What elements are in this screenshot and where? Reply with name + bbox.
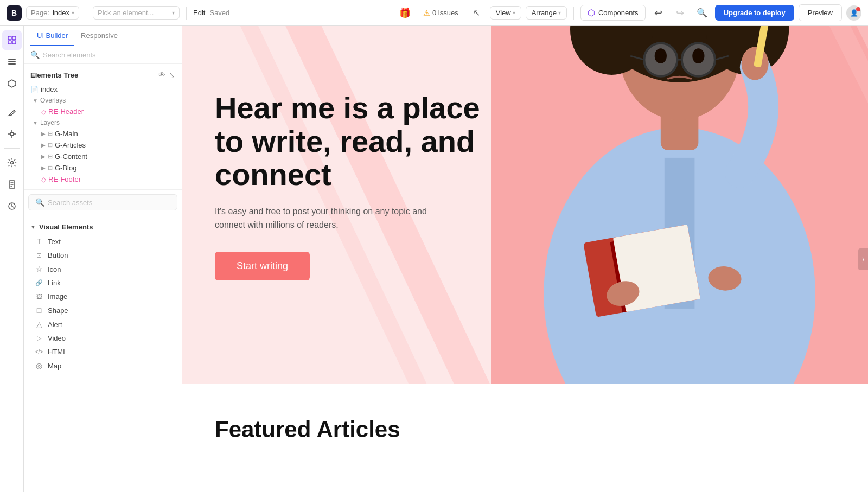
tree-item-layers[interactable]: ▼ Layers xyxy=(24,117,182,128)
tree-item-g-content[interactable]: ▶ ⊞ G-Content xyxy=(24,151,182,162)
g-articles-grid-icon: ⊞ xyxy=(48,142,53,149)
g-articles-expand[interactable]: ▶ xyxy=(41,142,46,148)
svg-rect-3 xyxy=(12,41,16,44)
svg-point-8 xyxy=(10,162,13,164)
element-selector[interactable]: Pick an element... ▾ xyxy=(93,6,180,20)
tab-responsive[interactable]: Responsive xyxy=(74,26,124,46)
panel-tabs: UI Builder Responsive xyxy=(24,26,182,46)
page-label: Page: xyxy=(31,9,49,17)
link-icon: 🔗 xyxy=(35,279,43,286)
pages-rail-icon[interactable] xyxy=(2,175,22,194)
history-rail-icon[interactable] xyxy=(2,196,22,216)
hero-title: Hear me is a place to write, read, and c… xyxy=(215,91,502,191)
icon-rail xyxy=(0,26,24,492)
tree-expand-icon[interactable]: ⤡ xyxy=(169,71,175,79)
issues-indicator[interactable]: ⚠ 0 issues xyxy=(418,7,464,20)
view-label: View xyxy=(496,9,511,17)
search-assets-input[interactable] xyxy=(48,199,170,207)
tree-header-title: Elements Tree xyxy=(30,71,78,79)
assets-search-bar: 🔍 xyxy=(28,194,177,210)
view-button[interactable]: View ▾ xyxy=(490,6,521,20)
svg-rect-5 xyxy=(8,61,16,62)
saved-label: Saved xyxy=(209,9,229,17)
map-icon: ◎ xyxy=(35,361,43,370)
html-icon: </> xyxy=(35,349,43,355)
svg-rect-0 xyxy=(8,36,11,40)
arrange-button[interactable]: Arrange ▾ xyxy=(526,6,567,20)
icon-icon: ☆ xyxy=(35,265,43,273)
visual-elements-section: ▼ Visual Elements T Text ⊡ Button ☆ Icon… xyxy=(24,215,182,492)
assets-section: 🔍 xyxy=(24,190,182,215)
svg-rect-4 xyxy=(8,59,16,60)
tree-item-g-main[interactable]: ▶ ⊞ G-Main xyxy=(24,128,182,139)
svg-point-32 xyxy=(692,48,704,63)
image-icon: 🖼 xyxy=(35,293,43,300)
visual-elements-header[interactable]: ▼ Visual Elements xyxy=(24,220,182,234)
ve-item-button[interactable]: ⊡ Button xyxy=(24,248,182,262)
ve-label: Visual Elements xyxy=(39,223,93,231)
overlays-chevron[interactable]: ▼ xyxy=(33,98,38,104)
user-avatar[interactable]: 👤 xyxy=(846,5,861,21)
search-button[interactable]: 🔍 xyxy=(693,4,711,22)
g-main-expand[interactable]: ▶ xyxy=(41,131,46,137)
pen-rail-icon[interactable] xyxy=(2,103,22,122)
left-panel: UI Builder Responsive 🔍 Elements Tree 👁 … xyxy=(24,26,182,492)
hero-subtitle: It's easy and free to post your thinking… xyxy=(215,205,432,232)
plugin-rail-icon[interactable] xyxy=(2,124,22,144)
ve-item-image[interactable]: 🖼 Image xyxy=(24,290,182,303)
hero-person-svg xyxy=(491,26,868,384)
ve-item-link[interactable]: 🔗 Link xyxy=(24,276,182,290)
tab-ui-builder[interactable]: UI Builder xyxy=(30,26,74,46)
layers-chevron[interactable]: ▼ xyxy=(33,120,38,126)
logo: B xyxy=(7,5,22,21)
builder-rail-icon[interactable] xyxy=(2,30,22,50)
hero-cta-button[interactable]: Start writing xyxy=(215,252,310,280)
search-elements-input[interactable] xyxy=(43,51,175,59)
svg-rect-2 xyxy=(8,41,11,44)
ve-item-shape[interactable]: □ Shape xyxy=(24,303,182,317)
canvas-inner: Hear me is a place to write, read, and c… xyxy=(182,26,868,492)
page-chevron: ▾ xyxy=(72,10,74,16)
ve-item-map[interactable]: ◎ Map xyxy=(24,359,182,373)
components-rail-icon[interactable] xyxy=(2,74,22,93)
components-button[interactable]: ⬡ Components xyxy=(580,5,646,21)
ve-item-html[interactable]: </> HTML xyxy=(24,345,182,359)
svg-point-31 xyxy=(655,48,667,63)
tree-item-index[interactable]: 📄 index xyxy=(24,84,182,95)
divider-1 xyxy=(86,7,86,20)
ve-item-video[interactable]: ▷ Video xyxy=(24,331,182,345)
tree-item-re-header[interactable]: ◇ RE-Header xyxy=(24,106,182,117)
settings-rail-icon[interactable] xyxy=(2,153,22,172)
cursor-button[interactable]: ↖ xyxy=(468,4,486,22)
tree-item-g-articles[interactable]: ▶ ⊞ G-Articles xyxy=(24,139,182,151)
tree-eye-icon[interactable]: 👁 xyxy=(158,71,165,79)
gift-button[interactable]: 🎁 xyxy=(396,4,413,22)
preview-button[interactable]: Preview xyxy=(799,4,842,21)
redo-button[interactable]: ↪ xyxy=(672,4,689,22)
tree-item-re-footer[interactable]: ◇ RE-Footer xyxy=(24,174,182,185)
page-selector[interactable]: Page: index ▾ xyxy=(26,6,79,20)
elements-tree-section: Elements Tree 👁 ⤡ 📄 index ▼ Overlays ◇ R… xyxy=(24,64,182,190)
svg-rect-1 xyxy=(12,36,16,40)
g-content-grid-icon: ⊞ xyxy=(48,153,53,160)
featured-section: Featured Articles xyxy=(182,384,868,464)
tree-item-g-blog[interactable]: ▶ ⊞ G-Blog xyxy=(24,162,182,174)
tree-header-icons: 👁 ⤡ xyxy=(158,71,175,79)
components-label: Components xyxy=(598,9,639,17)
ve-item-alert[interactable]: △ Alert xyxy=(24,317,182,331)
undo-button[interactable]: ↩ xyxy=(650,4,667,22)
tree-item-overlays[interactable]: ▼ Overlays xyxy=(24,95,182,106)
g-content-expand[interactable]: ▶ xyxy=(41,154,46,159)
layers-rail-icon[interactable] xyxy=(2,52,22,72)
g-blog-expand[interactable]: ▶ xyxy=(41,165,46,171)
g-blog-grid-icon: ⊞ xyxy=(48,164,53,171)
components-cube-icon: ⬡ xyxy=(588,8,595,18)
divider-3 xyxy=(573,7,574,20)
ve-item-text[interactable]: T Text xyxy=(24,234,182,248)
featured-title: Featured Articles xyxy=(215,417,835,443)
topbar: B Page: index ▾ Pick an element... ▾ Edi… xyxy=(0,0,868,26)
upgrade-button[interactable]: Upgrade to deploy xyxy=(715,5,794,21)
ve-item-icon[interactable]: ☆ Icon xyxy=(24,262,182,276)
canvas-area[interactable]: Hear me is a place to write, read, and c… xyxy=(182,26,868,492)
canvas-resize-handle[interactable]: ⟩ xyxy=(858,248,868,270)
